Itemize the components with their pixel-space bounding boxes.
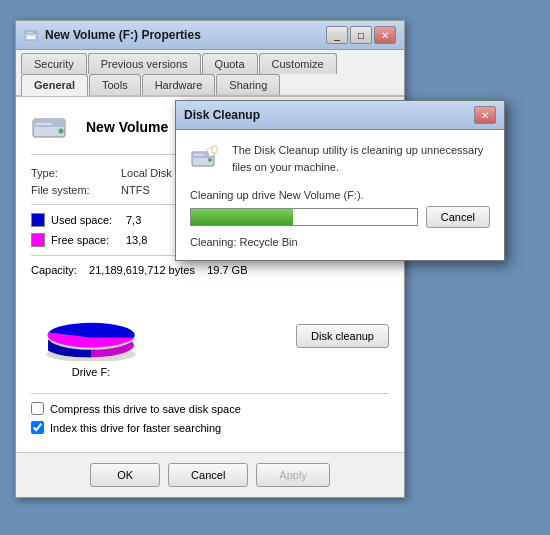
svg-point-6	[59, 129, 64, 134]
cleanup-icon	[190, 142, 222, 174]
svg-rect-3	[27, 36, 35, 39]
progress-bar-fill	[191, 209, 293, 225]
drive-icon	[31, 109, 71, 144]
progress-row: Cancel	[190, 206, 490, 228]
progress-bar	[190, 208, 418, 226]
free-color-box	[31, 233, 45, 247]
close-button[interactable]: ✕	[374, 26, 396, 44]
cleanup-dialog: Disk Cleanup ✕ The Disk Cleanup utility …	[175, 100, 505, 261]
tab-sharing[interactable]: Sharing	[216, 74, 280, 95]
index-label: Index this drive for faster searching	[50, 422, 221, 434]
chart-area: Drive F: Disk cleanup	[31, 291, 389, 378]
cleanup-dialog-title: Disk Cleanup	[184, 108, 260, 122]
capacity-gb: 19.7 GB	[207, 264, 247, 276]
disk-cleanup-button[interactable]: Disk cleanup	[296, 324, 389, 348]
capacity-label: Capacity:	[31, 264, 77, 276]
cleanup-header: The Disk Cleanup utility is cleaning up …	[190, 142, 490, 175]
tab-quota[interactable]: Quota	[202, 53, 258, 74]
drive-label: Drive F:	[72, 366, 111, 378]
progress-label: Cleaning up drive New Volume (F:).	[190, 189, 490, 201]
used-space-value: 7,3	[126, 214, 141, 226]
maximize-button[interactable]: □	[350, 26, 372, 44]
svg-point-13	[208, 158, 212, 162]
minimize-button[interactable]: _	[326, 26, 348, 44]
bottom-buttons: OK Cancel Apply	[16, 452, 404, 497]
cleanup-message: The Disk Cleanup utility is cleaning up …	[232, 142, 490, 175]
window-icon	[24, 27, 40, 43]
window-title: New Volume (F:) Properties	[45, 28, 201, 42]
pie-chart	[31, 291, 151, 361]
tab-previous-versions[interactable]: Previous versions	[88, 53, 201, 74]
svg-rect-14	[194, 154, 204, 156]
tab-row-1: Security Previous versions Quota Customi…	[16, 50, 404, 75]
title-bar: New Volume (F:) Properties _ □ ✕	[16, 21, 404, 50]
cancel-button[interactable]: Cancel	[168, 463, 248, 487]
tab-security[interactable]: Security	[21, 53, 87, 74]
free-space-label: Free space:	[51, 234, 126, 246]
tab-tools[interactable]: Tools	[89, 74, 141, 95]
capacity-row: Capacity: 21,189,619,712 bytes 19.7 GB	[31, 264, 389, 276]
filesystem-value: NTFS	[121, 184, 150, 196]
tab-general[interactable]: General	[21, 74, 88, 96]
svg-rect-16	[211, 146, 217, 154]
tab-customize[interactable]: Customize	[259, 53, 337, 74]
index-checkbox[interactable]	[31, 421, 44, 434]
cleanup-close-button[interactable]: ✕	[474, 106, 496, 124]
svg-rect-2	[27, 32, 33, 33]
compress-checkbox[interactable]	[31, 402, 44, 415]
divider-3	[31, 393, 389, 394]
free-space-value: 13,8	[126, 234, 147, 246]
ok-button[interactable]: OK	[90, 463, 160, 487]
capacity-bytes: 21,189,619,712 bytes	[89, 264, 195, 276]
compress-row: Compress this drive to save disk space	[31, 402, 389, 415]
svg-rect-7	[36, 123, 52, 125]
drive-name: New Volume	[86, 119, 168, 135]
type-label: Type:	[31, 167, 121, 179]
type-value: Local Disk	[121, 167, 172, 179]
used-space-label: Used space:	[51, 214, 126, 226]
cleanup-content: The Disk Cleanup utility is cleaning up …	[176, 130, 504, 260]
used-color-box	[31, 213, 45, 227]
index-row: Index this drive for faster searching	[31, 421, 389, 434]
compress-label: Compress this drive to save disk space	[50, 403, 241, 415]
cleanup-cancel-button[interactable]: Cancel	[426, 206, 490, 228]
tab-row-2: General Tools Hardware Sharing	[16, 74, 404, 97]
filesystem-label: File system:	[31, 184, 121, 196]
apply-button[interactable]: Apply	[256, 463, 330, 487]
cleanup-title-bar: Disk Cleanup ✕	[176, 101, 504, 130]
cleaning-status: Cleaning: Recycle Bin	[190, 236, 490, 248]
pie-container: Drive F:	[31, 291, 151, 378]
tab-hardware[interactable]: Hardware	[142, 74, 216, 95]
